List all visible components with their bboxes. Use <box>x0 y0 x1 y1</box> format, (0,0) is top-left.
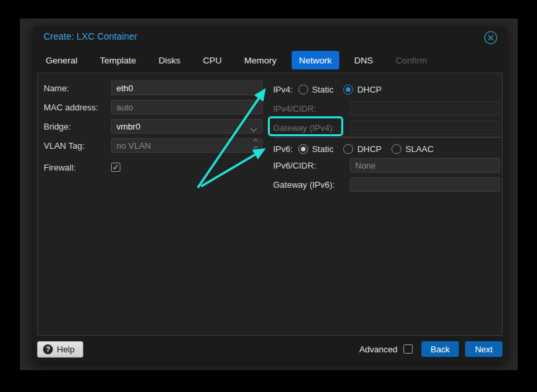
tab-dns[interactable]: DNS <box>347 51 381 69</box>
firewall-checkbox[interactable]: ✓ <box>111 163 120 172</box>
question-mark-icon: ? <box>43 344 53 354</box>
ipv4-cidr-input <box>350 101 500 116</box>
ipv4-mode-label: IPv4: <box>273 85 293 95</box>
radio-icon <box>392 144 401 154</box>
screenshot-stage: Create: LXC Container General Template D… <box>0 0 537 392</box>
gateway-ipv4-input <box>350 120 500 135</box>
ipv4-ipv6-divider <box>273 137 501 137</box>
mac-address-label: MAC address: <box>44 102 111 112</box>
dialog-title: Create: LXC Container <box>44 31 138 42</box>
spinner-up-icon <box>253 139 258 143</box>
tab-template[interactable]: Template <box>93 51 144 69</box>
advanced-checkbox[interactable] <box>403 344 413 354</box>
chevron-down-icon <box>251 123 256 133</box>
mac-address-input[interactable] <box>111 100 263 114</box>
ipv6-cidr-input[interactable] <box>350 158 500 173</box>
number-spinner[interactable] <box>254 139 257 148</box>
spinner-down-icon <box>253 144 258 149</box>
ipv6-slaac-radio[interactable]: SLAAC <box>392 144 434 154</box>
dialog-footer: ? Help Advanced Back Next <box>37 340 503 358</box>
ipv6-slaac-label: SLAAC <box>405 144 434 154</box>
tab-memory[interactable]: Memory <box>237 51 284 69</box>
tab-disks[interactable]: Disks <box>151 51 188 69</box>
radio-icon <box>343 144 353 154</box>
vlan-tag-input[interactable] <box>111 138 263 153</box>
next-button[interactable]: Next <box>465 341 503 357</box>
ipv4-static-radio[interactable]: Static <box>298 85 334 95</box>
advanced-label: Advanced <box>359 344 397 354</box>
help-button[interactable]: ? Help <box>37 341 83 358</box>
name-input[interactable] <box>111 81 263 95</box>
bridge-select[interactable]: vmbr0 <box>111 119 263 134</box>
ipv6-dhcp-label: DHCP <box>357 144 382 154</box>
help-button-label: Help <box>57 344 75 354</box>
radio-selected-icon <box>343 85 353 95</box>
network-form-panel: Name: MAC address: Bridge: vmbr0 VLAN Ta… <box>37 73 503 336</box>
tab-network[interactable]: Network <box>292 51 339 69</box>
tab-confirm: Confirm <box>388 51 434 69</box>
ipv6-static-radio[interactable]: Static <box>298 144 334 154</box>
ipv6-cidr-label: IPv6/CIDR: <box>273 161 350 171</box>
ipv4-dhcp-radio[interactable]: DHCP <box>343 85 382 95</box>
ipv4-static-label: Static <box>312 85 334 95</box>
name-label: Name: <box>44 83 111 93</box>
radio-selected-icon <box>298 144 308 154</box>
ipv6-static-label: Static <box>312 144 334 154</box>
tab-cpu[interactable]: CPU <box>196 51 229 69</box>
bridge-selected-value: vmbr0 <box>116 122 140 132</box>
ipv4-dhcp-label: DHCP <box>357 85 382 95</box>
gateway-ipv6-label: Gateway (IPv6): <box>273 180 350 190</box>
vlan-tag-label: VLAN Tag: <box>44 141 111 151</box>
ipv6-mode-label: IPv6: <box>273 144 293 154</box>
tab-general[interactable]: General <box>38 51 85 69</box>
bridge-label: Bridge: <box>44 122 111 132</box>
tab-bar: General Template Disks CPU Memory Networ… <box>38 51 434 69</box>
radio-icon <box>298 85 308 95</box>
ipv4-cidr-label: IPv4/CIDR: <box>273 104 350 114</box>
back-button[interactable]: Back <box>421 341 459 357</box>
gateway-ipv4-label: Gateway (IPv4): <box>273 123 350 133</box>
ipv6-dhcp-radio[interactable]: DHCP <box>343 144 382 154</box>
close-icon <box>483 30 498 45</box>
firewall-label: Firewall: <box>44 163 111 173</box>
create-lxc-container-dialog: Create: LXC Container General Template D… <box>33 26 507 362</box>
close-button[interactable] <box>483 30 498 45</box>
gateway-ipv6-input[interactable] <box>350 177 500 192</box>
